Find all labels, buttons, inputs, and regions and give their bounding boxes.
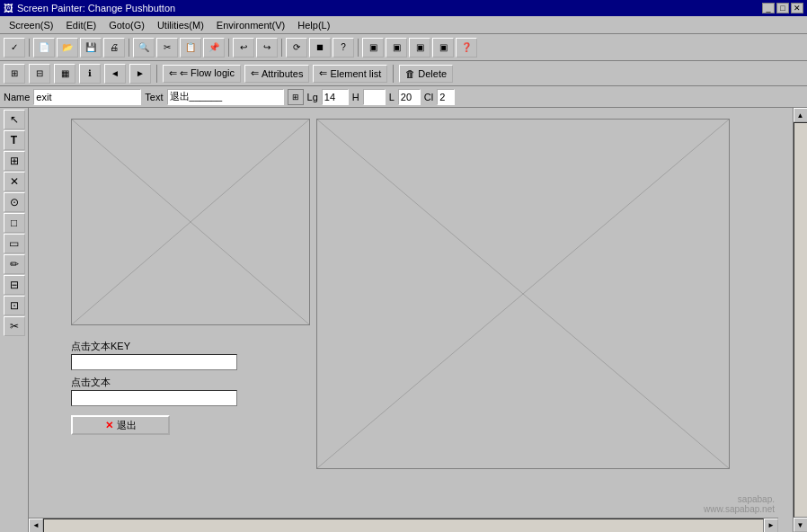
sep6 <box>156 65 157 83</box>
menu-item-helpl[interactable]: Help(L) <box>292 19 335 31</box>
scroll-h-track[interactable] <box>43 519 764 533</box>
tool-edit[interactable]: ✏ <box>4 254 25 274</box>
menu-item-environmentv[interactable]: Environment(V) <box>211 19 290 31</box>
tool-tab[interactable]: ⊡ <box>4 296 25 315</box>
sep5 <box>358 39 359 57</box>
watermark: sapabap. www.sapabap.net <box>704 494 775 514</box>
label-text-click: 点击文本 <box>71 376 111 389</box>
tool-rect[interactable]: □ <box>4 213 25 233</box>
tb-undo[interactable]: ↩ <box>233 38 254 58</box>
tb-copy[interactable]: 📋 <box>180 38 201 58</box>
scroll-right-button[interactable]: ► <box>764 519 778 533</box>
element-list-arrow: ⇐ <box>319 67 327 79</box>
placeholder-box-2 <box>316 119 730 469</box>
menu-item-edite[interactable]: Edit(E) <box>61 19 102 31</box>
sep1 <box>29 39 30 57</box>
tb-save[interactable]: 💾 <box>80 38 102 58</box>
text-icon[interactable]: ⊞ <box>288 89 304 105</box>
props-bar: Name Text ⊞ Lg H L Cl <box>0 86 807 108</box>
menu-item-utilitiesm[interactable]: Utilities(M) <box>152 19 209 31</box>
tb-refresh[interactable]: ⟳ <box>286 38 307 58</box>
scrollbar-bottom: ◄ ► <box>29 518 778 532</box>
tool-radio[interactable]: ⊙ <box>4 192 25 212</box>
tb-find[interactable]: 🔍 <box>133 38 155 58</box>
tb-cut[interactable]: ✂ <box>156 38 178 58</box>
tool-checkbox[interactable]: ✕ <box>4 172 25 191</box>
sep2 <box>129 39 129 57</box>
lg-label: Lg <box>307 92 318 102</box>
tool-text[interactable]: T <box>4 130 25 150</box>
name-label: Name <box>4 92 30 102</box>
title-controls: _ □ ✕ <box>762 3 803 13</box>
tb2-right[interactable]: ► <box>129 64 151 84</box>
menu-item-gotog[interactable]: Goto(G) <box>103 19 150 31</box>
cl-input[interactable] <box>437 89 455 105</box>
menu-bar: Screen(S)Edit(E)Goto(G)Utilities(M)Envir… <box>0 16 807 34</box>
tb-stop[interactable]: ⏹ <box>309 38 331 58</box>
input-key-field[interactable] <box>71 354 237 370</box>
canvas-area: 点击文本KEY 点击文本 ✕ 退出 sapabap. www.sapabap.n… <box>29 108 793 532</box>
tb-paste[interactable]: 📌 <box>203 38 225 58</box>
close-button[interactable]: ✕ <box>791 3 803 13</box>
tb-extra3[interactable]: ▣ <box>409 38 430 58</box>
tb-new[interactable]: 📄 <box>33 38 55 58</box>
tb2-icon[interactable]: ⊞ <box>4 64 25 84</box>
tool-select[interactable]: ↖ <box>4 110 25 129</box>
watermark-line2: www.sapabap.net <box>704 504 775 514</box>
tb2-icon2[interactable]: ⊟ <box>29 64 50 84</box>
scroll-left-button[interactable]: ◄ <box>29 519 43 533</box>
tool-input[interactable]: ▭ <box>4 234 25 253</box>
title-icon: 🖼 <box>4 3 13 13</box>
sep3 <box>228 39 229 57</box>
name-input[interactable] <box>33 89 141 105</box>
menu-item-screens[interactable]: Screen(S) <box>4 19 59 31</box>
scroll-up-button[interactable]: ▲ <box>794 108 808 122</box>
tb-open[interactable]: 📂 <box>57 38 78 58</box>
tool-table[interactable]: ⊟ <box>4 275 25 295</box>
text-input[interactable] <box>167 89 284 105</box>
l-label: L <box>389 92 395 102</box>
scroll-v-track[interactable] <box>794 122 808 518</box>
exit-button-label: 退出 <box>117 419 137 432</box>
tool-frame[interactable]: ⊞ <box>4 151 25 171</box>
l-input[interactable] <box>398 89 421 105</box>
tool-cut[interactable]: ✂ <box>4 316 25 336</box>
attributes-button[interactable]: ⇐ Attributes <box>244 65 309 83</box>
label-key: 点击文本KEY <box>71 340 130 353</box>
scrollbar-right: ▲ ▼ <box>793 108 807 532</box>
tb2-left[interactable]: ◄ <box>104 64 126 84</box>
toolbox: ↖ T ⊞ ✕ ⊙ □ ▭ ✏ ⊟ ⊡ ✂ <box>0 108 29 532</box>
element-list-button[interactable]: ⇐ Element list <box>313 65 387 83</box>
tb-extra2[interactable]: ▣ <box>386 38 407 58</box>
tb2-icon4[interactable]: ℹ <box>79 64 101 84</box>
exit-button[interactable]: ✕ 退出 <box>71 415 170 435</box>
tb-redo[interactable]: ↪ <box>256 38 278 58</box>
x-lines-1 <box>72 120 309 324</box>
tb-help[interactable]: ? <box>333 38 354 58</box>
maximize-button[interactable]: □ <box>776 3 789 13</box>
text-label: Text <box>145 92 163 102</box>
sep7 <box>393 65 394 83</box>
tb-print[interactable]: 🖨 <box>103 38 125 58</box>
tb-extra4[interactable]: ▣ <box>432 38 454 58</box>
exit-x-icon: ✕ <box>105 420 113 431</box>
toolbar1: ✓ 📄 📂 💾 🖨 🔍 ✂ 📋 📌 ↩ ↪ ⟳ ⏹ ? ▣ ▣ ▣ ▣ ❓ <box>0 34 807 61</box>
delete-button[interactable]: 🗑 Delete <box>399 65 453 83</box>
h-input[interactable] <box>363 89 386 105</box>
delete-icon: 🗑 <box>405 68 415 79</box>
main-area: ↖ T ⊞ ✕ ⊙ □ ▭ ✏ ⊟ ⊡ ✂ 点击文本KEY <box>0 108 807 532</box>
element-list-label: Element list <box>330 68 381 79</box>
flow-logic-button[interactable]: ⇐ ⇐ Flow logic <box>163 65 241 83</box>
tb2-icon3[interactable]: ▦ <box>54 64 75 84</box>
tb-extra1[interactable]: ▣ <box>362 38 384 58</box>
h-label: H <box>352 92 359 102</box>
input-text-field[interactable] <box>71 390 237 406</box>
flow-logic-arrow: ⇐ <box>169 67 177 79</box>
attributes-label: Attributes <box>262 68 303 79</box>
tb-help2[interactable]: ❓ <box>456 38 477 58</box>
scroll-down-button[interactable]: ▼ <box>794 518 808 532</box>
minimize-button[interactable]: _ <box>762 3 775 13</box>
title-bar: 🖼 Screen Painter: Change Pushbutton _ □ … <box>0 0 807 16</box>
lg-input[interactable] <box>322 89 349 105</box>
tb-check[interactable]: ✓ <box>4 38 25 58</box>
